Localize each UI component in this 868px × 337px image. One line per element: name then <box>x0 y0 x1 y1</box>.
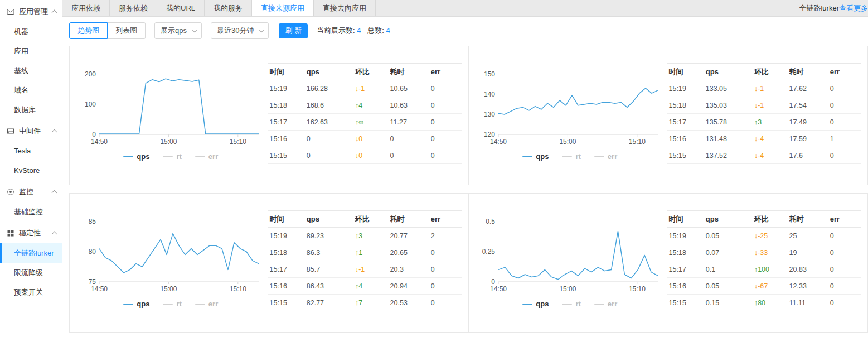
col-header-qps: qps <box>704 211 752 228</box>
legend-err[interactable]: err <box>594 300 617 308</box>
ratio-cell: ↑80 <box>752 295 787 311</box>
ratio-cell: ↓-1 <box>752 80 787 97</box>
sidebar-item-basic-monitoring[interactable]: 基础监控 <box>0 202 62 222</box>
legend-line-icon <box>123 304 133 305</box>
panel-row-2: 75808514:5015:0015:10 qpsrterr 时间qps环比耗时… <box>69 193 868 333</box>
err-cell: 0 <box>429 278 462 295</box>
legend-line-icon <box>123 156 133 157</box>
legend-rt[interactable]: rt <box>562 152 580 161</box>
trend-view-button[interactable]: 趋势图 <box>69 22 108 39</box>
metric-panel: 12013014015014:5015:0015:10 qpsrterr 时间q… <box>468 46 867 185</box>
table-area: 时间qps环比耗时err 15:1989.23↑320.77215:1886.3… <box>265 210 462 332</box>
sidebar-section-label: 中间件 <box>19 126 41 136</box>
sidebar-item-domain[interactable]: 域名 <box>0 80 62 100</box>
tabbar-right: 全链路lurker查看更多 <box>799 0 868 16</box>
err-cell: 0 <box>828 97 861 114</box>
chart-area: 75808514:5015:0015:10 qpsrterr <box>76 210 265 332</box>
table-area: 时间qps环比耗时err 15:19133.05↓-117.62015:1813… <box>665 63 861 185</box>
legend-label: qps <box>137 300 149 308</box>
tab-direct-target-apps[interactable]: 直接去向应用 <box>314 0 376 16</box>
err-cell: 0 <box>429 114 462 131</box>
ratio-cell: ↑4 <box>353 278 388 295</box>
legend-qps[interactable]: qps <box>123 152 149 161</box>
metric-select[interactable]: 展示qps <box>154 22 202 39</box>
ratio-cell: ↓-4 <box>752 131 787 147</box>
legend-rt[interactable]: rt <box>562 300 580 308</box>
ratio-cell: ↓0 <box>353 131 388 147</box>
trend-chart: 75808514:5015:0015:10 <box>78 216 263 297</box>
svg-text:14:50: 14:50 <box>91 285 108 293</box>
legend-label: qps <box>137 152 149 161</box>
col-header-环比: 环比 <box>353 211 388 228</box>
cost-cell: 0 <box>388 147 429 164</box>
tab-service-dependency[interactable]: 服务依赖 <box>110 0 157 16</box>
legend-qps[interactable]: qps <box>522 152 549 161</box>
tab-direct-source-apps[interactable]: 直接来源应用 <box>252 0 314 16</box>
tab-app-dependency[interactable]: 应用依赖 <box>62 0 110 16</box>
ratio-cell: ↑∞ <box>353 114 388 131</box>
sidebar-section-stability[interactable]: 稳定性 <box>0 223 62 243</box>
time-cell: 15:19 <box>667 80 704 97</box>
tab-list: 应用依赖服务依赖我的URL我的服务直接来源应用直接去向应用 <box>62 0 376 16</box>
sidebar-section-middleware[interactable]: 中间件 <box>0 121 62 141</box>
time-range-select[interactable]: 最近30分钟 <box>211 22 269 39</box>
refresh-button[interactable]: 刷 新 <box>279 23 308 38</box>
sidebar-item-full-link-lurker[interactable]: 全链路lurker <box>0 243 62 263</box>
chart-legend: qpsrterr <box>123 300 218 308</box>
legend-rt[interactable]: rt <box>163 300 181 308</box>
cost-cell: 12.33 <box>787 278 828 295</box>
list-view-button[interactable]: 列表图 <box>108 22 146 39</box>
legend-err[interactable]: err <box>195 152 218 161</box>
sidebar-item-baseline[interactable]: 基线 <box>0 61 62 80</box>
legend-qps[interactable]: qps <box>123 300 149 308</box>
time-cell: 15:17 <box>268 114 304 131</box>
qps-cell: 135.78 <box>704 114 752 131</box>
cost-cell: 20.3 <box>388 261 429 278</box>
table-row: 15:180.07↓-33190 <box>667 244 861 261</box>
total-count: 4 <box>386 26 390 35</box>
sidebar-item-plan-switch[interactable]: 预案开关 <box>0 282 62 302</box>
sidebar-section-monitoring[interactable]: 监控 <box>0 182 62 202</box>
legend-qps[interactable]: qps <box>522 300 549 308</box>
view-more-link[interactable]: 查看更多 <box>839 4 868 12</box>
time-cell: 15:18 <box>268 97 304 114</box>
legend-label: err <box>208 152 218 161</box>
trend-chart: 00.250.514:5015:0015:10 <box>477 216 662 297</box>
ratio-cell: ↓-4 <box>752 147 787 164</box>
tab-my-service[interactable]: 我的服务 <box>205 0 252 16</box>
tab-my-url[interactable]: 我的URL <box>157 0 205 16</box>
time-cell: 15:18 <box>667 244 704 261</box>
view-toggle: 趋势图列表图 <box>69 22 146 39</box>
chevron-up-icon <box>52 190 57 196</box>
svg-text:0: 0 <box>93 131 96 138</box>
table-row: 15:150.15↑8011.110 <box>667 295 861 311</box>
sidebar-item-tesla[interactable]: Tesla <box>0 141 62 161</box>
chevron-up-icon <box>52 232 57 237</box>
chevron-down-icon <box>259 28 264 32</box>
sidebar-item-rate-limit-downgrade[interactable]: 限流降级 <box>0 263 62 282</box>
qps-cell: 0 <box>304 131 353 147</box>
panel-body: 75808514:5015:0015:10 qpsrterr 时间qps环比耗时… <box>76 210 462 332</box>
col-header-耗时: 耗时 <box>388 64 429 80</box>
legend-err[interactable]: err <box>594 152 617 161</box>
err-cell: 0 <box>828 244 861 261</box>
sidebar-item-application[interactable]: 应用 <box>0 41 62 61</box>
eye-icon <box>7 188 16 196</box>
qps-cell: 86.3 <box>304 244 353 261</box>
cost-cell: 17.59 <box>787 131 828 147</box>
legend-line-icon <box>562 304 572 305</box>
legend-err[interactable]: err <box>195 300 218 308</box>
app-root: 应用管理机器应用基线域名数据库中间件TeslaKvStore监控基础监控稳定性全… <box>0 0 868 337</box>
sidebar-section-app-management[interactable]: 应用管理 <box>0 2 62 22</box>
sidebar-item-machine[interactable]: 机器 <box>0 22 62 41</box>
sidebar-item-kvstore[interactable]: KvStore <box>0 161 62 180</box>
legend-rt[interactable]: rt <box>163 152 181 161</box>
chart-legend: qpsrterr <box>522 300 617 308</box>
svg-text:0: 0 <box>492 278 496 286</box>
svg-text:15:00: 15:00 <box>161 138 177 146</box>
time-cell: 15:19 <box>268 80 304 97</box>
col-header-err: err <box>828 64 861 80</box>
col-header-耗时: 耗时 <box>787 64 828 80</box>
legend-line-icon <box>594 156 604 157</box>
sidebar-item-database[interactable]: 数据库 <box>0 100 62 119</box>
